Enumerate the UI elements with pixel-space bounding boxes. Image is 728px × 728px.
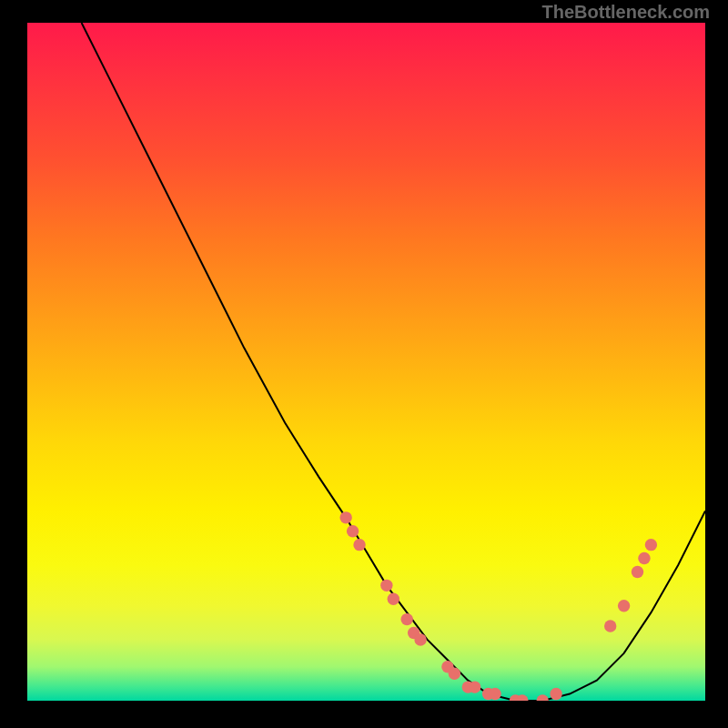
curve-marker <box>380 580 392 592</box>
curve-marker <box>638 552 650 564</box>
curve-marker <box>469 681 480 693</box>
curve-marker <box>550 688 561 700</box>
chart-container: TheBottleneck.com <box>0 0 728 728</box>
curve-marker <box>339 511 351 523</box>
curve-marker <box>400 613 412 625</box>
curve-marker <box>449 667 460 679</box>
curve-marker <box>414 633 426 645</box>
markers-svg <box>27 23 705 701</box>
curve-marker <box>347 525 359 537</box>
curve-marker <box>388 593 399 605</box>
curve-marker <box>353 539 365 551</box>
curve-marker <box>632 566 643 578</box>
curve-marker <box>489 688 500 700</box>
curve-marker <box>618 600 630 612</box>
curve-marker <box>645 539 657 551</box>
watermark-text: TheBottleneck.com <box>542 2 710 23</box>
curve-marker <box>536 694 548 701</box>
curve-marker <box>604 620 616 632</box>
plot-area <box>27 23 705 701</box>
curve-markers <box>339 511 657 701</box>
